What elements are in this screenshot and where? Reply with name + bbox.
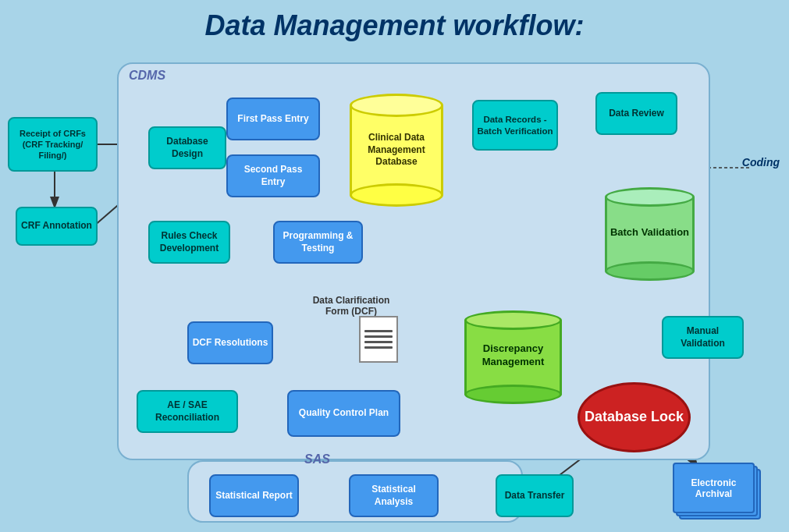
batch-validation-cylinder: Batch Validation [605, 187, 695, 281]
coding-label: Coding [742, 156, 780, 168]
cdms-label: CDMS [129, 69, 165, 83]
discrepancy-cylinder: Discrepancy Management [464, 310, 562, 404]
statistical-report-box: Statistical Report [209, 474, 299, 517]
manual-validation-box: Manual Validation [662, 316, 744, 359]
database-design-box: Database Design [148, 126, 226, 169]
crf-annotation-box: CRF Annotation [16, 207, 98, 246]
database-lock-ellipse: Database Lock [578, 382, 691, 452]
data-review-box: Data Review [595, 92, 677, 135]
second-pass-entry-box: Second Pass Entry [226, 154, 320, 197]
programming-testing-box: Programming & Testing [273, 221, 363, 264]
data-records-box: Data Records - Batch Verification [472, 100, 558, 151]
first-pass-entry-box: First Pass Entry [226, 98, 320, 140]
statistical-analysis-box: Statistical Analysis [349, 474, 439, 517]
sas-label: SAS [304, 452, 330, 466]
clinical-db-cylinder: Clinical Data Management Database [350, 94, 443, 207]
dcf-resolutions-box: DCF Resolutions [187, 321, 273, 364]
quality-control-box: Quality Control Plan [287, 390, 400, 437]
dcf-document-icon [359, 316, 398, 363]
ae-sae-box: AE / SAE Reconciliation [137, 390, 238, 433]
page-title: Data Management workflow: [0, 0, 789, 48]
receipt-crfs-box: Receipt of CRFs (CRF Tracking/ Filing/) [8, 117, 98, 172]
rules-check-box: Rules Check Development [148, 221, 230, 264]
dcf-label: Data Clarification Form (DCF) [312, 295, 390, 317]
data-transfer-box: Data Transfer [496, 474, 574, 517]
